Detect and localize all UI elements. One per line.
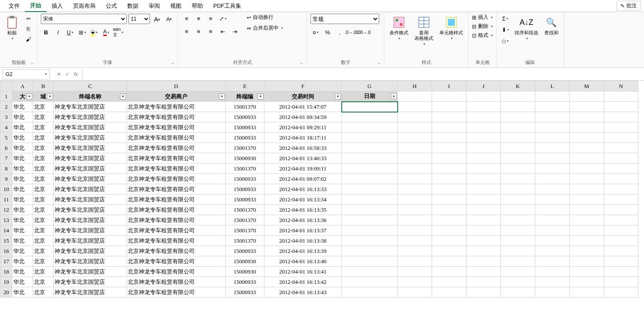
cell-F14[interactable]: 2012-04-01 16:13:37: [264, 225, 342, 236]
cell-A5[interactable]: 华北: [12, 133, 33, 143]
cell-M9[interactable]: [570, 174, 604, 184]
cell-M13[interactable]: [570, 215, 604, 225]
increase-indent-button[interactable]: ⇥: [230, 27, 240, 36]
cell-D10[interactable]: 北京神龙专车租赁有限公司: [127, 184, 226, 195]
cell-D5[interactable]: 北京神龙专车租赁有限公司: [127, 133, 226, 143]
row-header-14[interactable]: 14: [0, 225, 12, 236]
col-header-A[interactable]: A: [12, 81, 33, 91]
cell-J11[interactable]: [466, 195, 501, 205]
cell-J1[interactable]: [466, 91, 501, 102]
cell-J5[interactable]: [466, 133, 501, 143]
cell-L2[interactable]: [535, 102, 570, 112]
cell-A18[interactable]: 华北: [12, 267, 33, 277]
cell-A12[interactable]: 华北: [12, 205, 33, 215]
cell-D8[interactable]: 北京神龙专车租赁有限公司: [127, 164, 226, 174]
col-header-J[interactable]: J: [466, 81, 501, 91]
cell-C1[interactable]: 终端名称▾: [54, 91, 127, 102]
cell-B20[interactable]: 北京: [33, 287, 54, 298]
row-header-2[interactable]: 2: [0, 102, 12, 112]
cell-B1[interactable]: 城▾: [33, 91, 54, 102]
cell-B7[interactable]: 北京: [33, 153, 54, 164]
cell-N3[interactable]: [604, 112, 638, 122]
cell-E16[interactable]: 15000933: [226, 246, 264, 256]
cell-N8[interactable]: [604, 164, 638, 174]
cell-L5[interactable]: [535, 133, 570, 143]
cell-H10[interactable]: [398, 184, 432, 195]
cell-A1[interactable]: 大▾: [12, 91, 33, 102]
col-header-G[interactable]: G: [342, 81, 398, 91]
cell-C4[interactable]: 神龙专车北京国贸店: [54, 122, 127, 133]
fill-button[interactable]: ⬇▾: [500, 25, 510, 34]
row-header-4[interactable]: 4: [0, 122, 12, 133]
cell-I8[interactable]: [432, 164, 466, 174]
cell-C13[interactable]: 神龙专车北京国贸店: [54, 215, 127, 225]
cell-F4[interactable]: 2012-04-01 09:29:11: [264, 122, 342, 133]
cell-K17[interactable]: [501, 256, 535, 267]
align-center-button[interactable]: ≡: [193, 27, 204, 36]
cell-E17[interactable]: 15000930: [226, 256, 264, 267]
cell-M1[interactable]: [570, 91, 604, 102]
insert-cells-button[interactable]: ⊞插入▾: [472, 14, 493, 21]
cell-A14[interactable]: 华北: [12, 225, 33, 236]
cell-styles-button[interactable]: 单元格样式▾: [438, 14, 465, 42]
cell-C3[interactable]: 神龙专车北京国贸店: [54, 112, 127, 122]
decrease-indent-button[interactable]: ⇤: [218, 27, 228, 36]
cell-I10[interactable]: [432, 184, 466, 195]
row-header-17[interactable]: 17: [0, 256, 12, 267]
cell-G5[interactable]: [342, 133, 398, 143]
cell-L16[interactable]: [535, 246, 570, 256]
cell-I1[interactable]: [432, 91, 466, 102]
align-bottom-button[interactable]: ≡: [205, 14, 216, 23]
cell-B3[interactable]: 北京: [33, 112, 54, 122]
cell-J6[interactable]: [466, 143, 501, 153]
cell-C19[interactable]: 神龙专车北京国贸店: [54, 277, 127, 287]
cell-I13[interactable]: [432, 215, 466, 225]
percent-button[interactable]: %: [322, 27, 333, 37]
fill-color-button[interactable]: ⬙▾: [89, 27, 99, 37]
cell-L3[interactable]: [535, 112, 570, 122]
wrap-text-button[interactable]: ↩ 自动换行: [247, 14, 283, 21]
filter-button-A[interactable]: ▾: [26, 94, 32, 100]
cell-M4[interactable]: [570, 122, 604, 133]
cell-H7[interactable]: [398, 153, 432, 164]
cell-B10[interactable]: 北京: [33, 184, 54, 195]
row-header-18[interactable]: 18: [0, 267, 12, 277]
cell-B11[interactable]: 北京: [33, 195, 54, 205]
cell-A15[interactable]: 华北: [12, 236, 33, 246]
cell-C16[interactable]: 神龙专车北京国贸店: [54, 246, 127, 256]
cell-L10[interactable]: [535, 184, 570, 195]
cell-D12[interactable]: 北京神龙专车租赁有限公司: [127, 205, 226, 215]
tab-home[interactable]: 开始: [25, 0, 46, 12]
cell-E1[interactable]: 终端编▾: [226, 91, 264, 102]
cell-A19[interactable]: 华北: [12, 277, 33, 287]
cell-K10[interactable]: [501, 184, 535, 195]
tab-insert[interactable]: 插入: [46, 0, 68, 12]
cell-B9[interactable]: 北京: [33, 174, 54, 184]
cell-B4[interactable]: 北京: [33, 122, 54, 133]
cell-A16[interactable]: 华北: [12, 246, 33, 256]
cell-M11[interactable]: [570, 195, 604, 205]
cell-E5[interactable]: 15000933: [226, 133, 264, 143]
cell-C15[interactable]: 神龙专车北京国贸店: [54, 236, 127, 246]
cell-D16[interactable]: 北京神龙专车租赁有限公司: [127, 246, 226, 256]
cell-B14[interactable]: 北京: [33, 225, 54, 236]
cell-D17[interactable]: 北京神龙专车租赁有限公司: [127, 256, 226, 267]
cell-G7[interactable]: [342, 153, 398, 164]
col-header-F[interactable]: F: [264, 81, 342, 91]
cell-M17[interactable]: [570, 256, 604, 267]
col-header-I[interactable]: I: [432, 81, 466, 91]
cell-D11[interactable]: 北京神龙专车租赁有限公司: [127, 195, 226, 205]
cell-N13[interactable]: [604, 215, 638, 225]
font-size-select[interactable]: 11: [129, 14, 150, 24]
cell-I2[interactable]: [432, 102, 466, 112]
increase-font-button[interactable]: A▴: [152, 14, 162, 24]
cut-button[interactable]: ✂: [23, 14, 34, 23]
cell-H3[interactable]: [398, 112, 432, 122]
cell-M20[interactable]: [570, 287, 604, 298]
tab-formulas[interactable]: 公式: [101, 0, 122, 12]
cell-F7[interactable]: 2012-04-01 13:40:33: [264, 153, 342, 164]
cell-M19[interactable]: [570, 277, 604, 287]
cell-L14[interactable]: [535, 225, 570, 236]
cell-G10[interactable]: [342, 184, 398, 195]
currency-button[interactable]: ¤▾: [310, 27, 321, 37]
